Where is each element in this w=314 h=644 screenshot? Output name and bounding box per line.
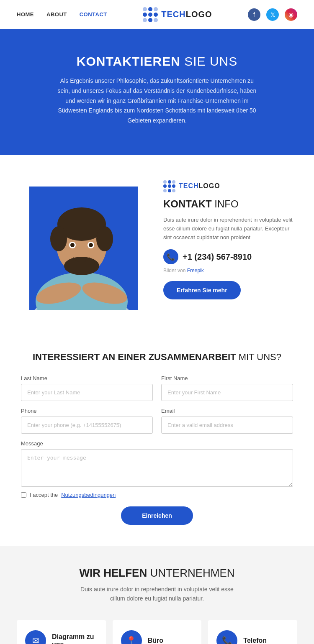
card-phone-title: Telefon xyxy=(243,637,267,644)
form-row-name: Last Name First Name xyxy=(21,375,293,401)
nav-contact[interactable]: CONTACT xyxy=(80,11,107,18)
facebook-icon[interactable]: f xyxy=(248,8,260,21)
contact-logo-text: TECHLOGO xyxy=(179,182,220,190)
card-phone: 📞 Telefon Mo-Fr von 8.00 bis 5.00 Uhr +1… xyxy=(208,620,297,644)
navbar: HOME ABOUT CONTACT TECHLOGO f 𝕏 ◉ xyxy=(0,0,314,29)
svg-point-8 xyxy=(96,226,113,251)
phone-input[interactable] xyxy=(21,417,153,434)
first-name-input[interactable] xyxy=(161,384,293,401)
submit-button[interactable]: Einreichen xyxy=(121,506,193,525)
bilder-von: Bilder von Freepik xyxy=(163,268,297,273)
phone-icon: 📞 xyxy=(163,249,178,264)
cards-row: ✉ Diagramm zu uns Unser freundliches Tea… xyxy=(17,620,297,644)
phone-row: 📞 +1 (234) 567-8910 xyxy=(163,249,297,264)
card-email: ✉ Diagramm zu uns Unser freundliches Tea… xyxy=(17,620,106,644)
nav-home[interactable]: HOME xyxy=(17,11,34,18)
person-photo xyxy=(17,172,147,310)
hero-description: Als Ergebnis unserer Philosophie, das zu… xyxy=(57,76,257,126)
nav-links: HOME ABOUT CONTACT xyxy=(17,11,107,18)
form-row-contact: Phone Email xyxy=(21,408,293,434)
card-phone-icon-row: 📞 Telefon xyxy=(216,630,289,644)
card-office-icon-row: 📍 Büro xyxy=(121,630,193,644)
svg-point-7 xyxy=(50,226,67,251)
social-icons: f 𝕏 ◉ xyxy=(248,8,297,21)
terms-link[interactable]: Nutzungsbedingungen xyxy=(61,492,116,498)
logo-text: TECHLOGO xyxy=(161,10,212,19)
terms-checkbox[interactable] xyxy=(21,492,26,498)
contact-heading: KONTAKT INFO xyxy=(163,198,297,210)
email-input[interactable] xyxy=(161,417,293,434)
phone-number: +1 (234) 567-8910 xyxy=(183,252,252,262)
svg-point-9 xyxy=(64,257,99,275)
learn-more-button[interactable]: Erfahren Sie mehr xyxy=(163,281,241,299)
navbar-logo: TECHLOGO xyxy=(143,7,212,22)
email-icon: ✉ xyxy=(25,630,46,644)
wir-helfen-title: WIR HELFEN UNTERNEHMEN xyxy=(17,567,297,580)
form-group-lastname: Last Name xyxy=(21,375,153,401)
freepik-link[interactable]: Freepik xyxy=(187,268,204,273)
form-group-message: Message xyxy=(21,440,293,487)
form-group-firstname: First Name xyxy=(161,375,293,401)
wir-helfen-section: WIR HELFEN UNTERNEHMEN Duis aute irure d… xyxy=(0,546,314,644)
hero-title: KONTAKTIEREN SIE UNS xyxy=(17,54,297,69)
twitter-icon[interactable]: 𝕏 xyxy=(266,8,279,21)
card-office: 📍 Büro Kommen Sie und sagen Sie Hallo in… xyxy=(113,620,202,644)
form-title: INTERESSIERT AN EINER ZUSAMMENARBEIT MIT… xyxy=(21,352,293,363)
card-email-title: Diagramm zu uns xyxy=(52,633,98,644)
svg-point-13 xyxy=(89,243,93,247)
contact-details: TECHLOGO KONTAKT INFO Duis aute irure do… xyxy=(163,172,297,299)
nav-about[interactable]: ABOUT xyxy=(46,11,67,18)
phone-label: Phone xyxy=(21,408,153,414)
message-textarea[interactable] xyxy=(21,449,293,487)
card-email-icon-row: ✉ Diagramm zu uns xyxy=(25,630,98,644)
message-label: Message xyxy=(21,440,293,447)
hero-section: KONTAKTIEREN SIE UNS Als Ergebnis unsere… xyxy=(0,29,314,155)
last-name-label: Last Name xyxy=(21,375,153,381)
form-group-phone: Phone xyxy=(21,408,153,434)
contact-logo-dots xyxy=(163,180,175,192)
contact-info-section: TECHLOGO KONTAKT INFO Duis aute irure do… xyxy=(0,155,314,331)
contact-description: Duis aute irure dolor in reprehenderit i… xyxy=(163,216,297,242)
logo-dots-icon xyxy=(143,7,158,22)
first-name-label: First Name xyxy=(161,375,293,381)
form-section: INTERESSIERT AN EINER ZUSAMMENARBEIT MIT… xyxy=(0,331,314,546)
form-group-email: Email xyxy=(161,408,293,434)
last-name-input[interactable] xyxy=(21,384,153,401)
card-office-title: Büro xyxy=(148,637,163,644)
phone-card-icon: 📞 xyxy=(216,630,237,644)
email-label: Email xyxy=(161,408,293,414)
location-icon: 📍 xyxy=(121,630,142,644)
contact-logo: TECHLOGO xyxy=(163,180,297,192)
person-image xyxy=(17,172,147,310)
instagram-icon[interactable]: ◉ xyxy=(285,8,297,21)
svg-point-11 xyxy=(70,243,75,247)
wir-helfen-description: Duis aute irure dolor in reprehenderit i… xyxy=(73,585,241,603)
checkbox-prefix-text: I accept the xyxy=(30,492,58,498)
checkbox-row: I accept the Nutzungsbedingungen xyxy=(21,492,293,498)
